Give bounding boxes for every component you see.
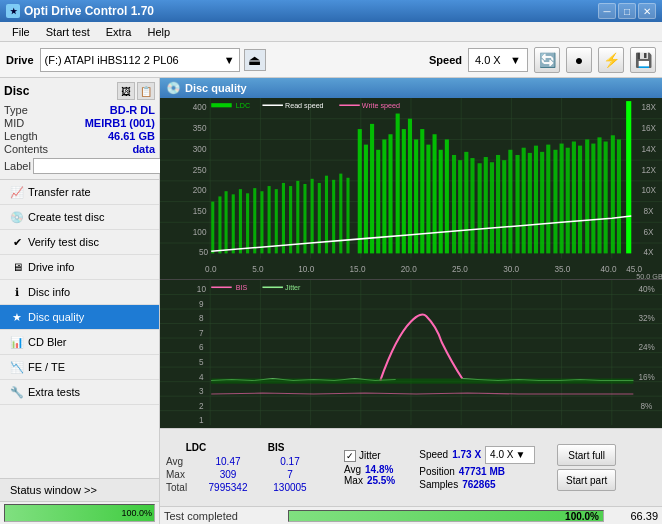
jitter-checkbox[interactable]: ✓ [344,450,356,462]
svg-rect-78 [408,119,412,254]
disc-icon-btn-1[interactable]: 🖼 [117,82,135,100]
label-input[interactable] [33,158,166,174]
svg-text:12X: 12X [642,166,657,175]
svg-rect-111 [617,139,621,253]
jitter-avg-label: Avg [344,464,361,475]
status-window-button[interactable]: Status window >> [0,479,159,502]
disc-icon-btn-2[interactable]: 📋 [137,82,155,100]
disc-label-row: Label 🔍 [4,157,155,175]
svg-rect-105 [578,146,582,254]
svg-rect-87 [464,152,468,254]
title-bar-left: ★ Opti Drive Control 1.70 [6,4,154,18]
svg-text:35.0: 35.0 [554,265,570,274]
svg-rect-104 [572,142,576,254]
compare-button[interactable]: ⚡ [598,47,624,73]
transfer-rate-icon: 📈 [10,185,24,199]
maximize-button[interactable]: □ [618,3,636,19]
total-ldc: 7995342 [198,482,258,493]
completed-label: Test completed [164,510,284,522]
svg-rect-75 [388,134,392,253]
disc-type-row: Type BD-R DL [4,104,155,116]
save-button[interactable]: 💾 [630,47,656,73]
svg-text:250: 250 [193,166,207,175]
svg-rect-97 [528,153,532,253]
refresh-button[interactable]: 🔄 [534,47,560,73]
close-button[interactable]: ✕ [638,3,656,19]
svg-rect-61 [289,186,292,253]
menu-start-test[interactable]: Start test [38,24,98,40]
jitter-max-label: Max [344,475,363,486]
svg-rect-50 [211,202,214,254]
sidebar-item-transfer-rate[interactable]: 📈 Transfer rate [0,180,159,205]
svg-text:0.0: 0.0 [205,265,217,274]
progress-percent: 100.0% [565,511,599,522]
sidebar-item-disc-info[interactable]: ℹ Disc info [0,280,159,305]
svg-text:50: 50 [199,248,209,257]
svg-rect-112 [626,101,631,253]
sidebar-item-cd-bler[interactable]: 📊 CD Bler [0,330,159,355]
svg-rect-79 [414,139,418,253]
sidebar-item-disc-quality[interactable]: ★ Disc quality [0,305,159,330]
sidebar-item-create-test-disc[interactable]: 💿 Create test disc [0,205,159,230]
chart-lower-svg: 10 9 8 7 6 5 4 3 2 1 40% 32% 24% [160,280,662,428]
svg-text:8%: 8% [640,402,653,411]
samples-row: Samples 762865 [419,479,535,490]
sidebar-item-verify-test-disc[interactable]: ✔ Verify test disc [0,230,159,255]
max-bis: 7 [260,469,320,480]
sidebar-item-fe-te[interactable]: 📉 FE / TE [0,355,159,380]
drive-info-icon: 🖥 [10,260,24,274]
title-bar: ★ Opti Drive Control 1.70 ─ □ ✕ [0,0,662,22]
svg-rect-103 [566,148,570,254]
svg-rect-102 [560,144,564,254]
max-ldc: 309 [198,469,258,480]
position-value: 47731 MB [459,466,505,477]
sidebar-progress-fill: 100.0% [5,505,154,521]
disc-info-icon: ℹ [10,285,24,299]
menu-extra[interactable]: Extra [98,24,140,40]
speed-value: 1.73 X [452,449,481,460]
eject-button[interactable]: ⏏ [244,49,266,71]
create-test-disc-icon: 💿 [10,210,24,224]
menu-file[interactable]: File [4,24,38,40]
svg-rect-82 [433,134,437,253]
position-label: Position [419,466,455,477]
svg-text:9: 9 [199,300,204,309]
svg-text:5: 5 [199,358,204,367]
app-icon: ★ [6,4,20,18]
verify-test-disc-icon: ✔ [10,235,24,249]
svg-text:16X: 16X [642,124,657,133]
svg-text:LDC: LDC [236,101,250,110]
record-button[interactable]: ● [566,47,592,73]
menu-help[interactable]: Help [139,24,178,40]
svg-text:Write speed: Write speed [362,101,400,110]
svg-text:Read speed: Read speed [285,101,324,110]
svg-rect-89 [478,163,482,253]
sidebar-progress-bar: 100.0% [4,504,155,522]
drive-combo[interactable]: (F:) ATAPI iHBS112 2 PL06 ▼ [40,48,240,72]
sidebar-item-drive-info[interactable]: 🖥 Drive info [0,255,159,280]
svg-rect-108 [597,137,601,253]
svg-text:8: 8 [199,315,204,324]
svg-rect-58 [268,186,271,253]
speed-combo-small[interactable]: 4.0 X▼ [485,446,535,464]
svg-rect-68 [339,174,342,254]
svg-text:32%: 32% [638,315,655,324]
svg-text:7: 7 [199,329,204,338]
speed-combo[interactable]: 4.0 X ▼ [468,48,528,72]
svg-rect-95 [515,155,519,253]
max-row: Max 309 7 [166,469,320,480]
svg-rect-98 [534,146,538,254]
bottom-status-bar: Test completed 100.0% 66.39 [160,506,662,524]
svg-text:18X: 18X [642,103,657,112]
extra-tests-icon: 🔧 [10,385,24,399]
start-full-button[interactable]: Start full [557,444,616,466]
minimize-button[interactable]: ─ [598,3,616,19]
jitter-values: Avg 14.8% Max 25.5% [344,464,395,486]
jitter-avg-row: Avg 14.8% [344,464,395,475]
start-part-button[interactable]: Start part [557,469,616,491]
svg-text:30.0: 30.0 [503,265,519,274]
svg-text:8X: 8X [644,207,655,216]
svg-text:6: 6 [199,344,204,353]
content-area: 💿 Disc quality [160,78,662,524]
sidebar-item-extra-tests[interactable]: 🔧 Extra tests [0,380,159,405]
